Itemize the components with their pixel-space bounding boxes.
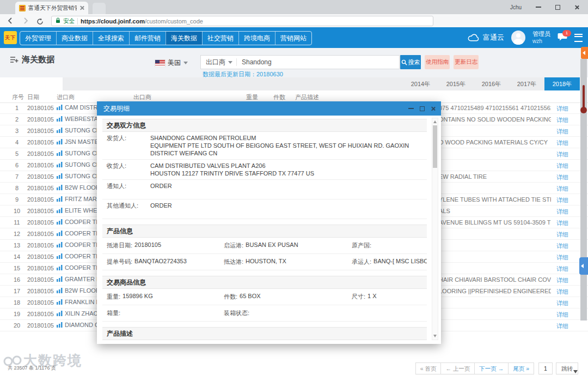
forward-icon[interactable] — [22, 17, 29, 27]
detail-link[interactable]: 详细 — [556, 276, 568, 285]
scroll-up-icon[interactable] — [433, 120, 437, 123]
row-index: 1 — [10, 105, 24, 111]
detail-link[interactable]: 详细 — [556, 231, 568, 239]
reload-icon[interactable] — [36, 17, 44, 27]
browser-tab[interactable]: 富通天下外贸营销管理云 — [15, 2, 88, 14]
changelog-button[interactable]: 更新日志 — [454, 55, 479, 69]
bar-chart-icon — [57, 196, 63, 202]
side-panel-toggle[interactable] — [579, 257, 588, 275]
search-button[interactable]: 搜索 — [400, 55, 421, 69]
hamburger-menu-icon[interactable] — [574, 34, 583, 42]
detail-link[interactable]: 详细 — [556, 196, 568, 204]
cloud-service[interactable]: 富通云 — [468, 33, 504, 43]
user-role: 管理员 — [532, 31, 550, 38]
search-icon — [401, 59, 407, 65]
browser-address-bar: 安全 https://cloud.joinf.com /custom/custo… — [0, 14, 588, 28]
user-avatar[interactable] — [511, 31, 525, 45]
section-title: 产品描述 — [102, 327, 427, 340]
detail-link[interactable]: 详细 — [556, 150, 568, 159]
detail-link[interactable]: 详细 — [556, 242, 568, 250]
search-field-selector[interactable]: 出口商 — [206, 58, 232, 67]
nav-menu-item[interactable]: 邮件营销 — [129, 32, 166, 45]
detail-link[interactable]: 详细 — [556, 253, 568, 262]
field-label: 原产国: — [352, 241, 371, 250]
bar-chart-icon — [57, 219, 63, 225]
first-page-button[interactable]: « 首页 — [415, 362, 442, 374]
prev-page-button[interactable]: ← 上一页 — [440, 362, 475, 374]
browser-window: 富通天下外贸营销管理云 Jchu 安全 https://cloud.joinf.… — [0, 0, 588, 375]
nav-menu-item[interactable]: 全球搜索 — [93, 32, 129, 45]
detail-link[interactable]: 详细 — [556, 299, 568, 307]
modal-close-icon[interactable] — [431, 106, 436, 111]
importer-name: XILIN ZHAO — [65, 310, 98, 317]
next-page-button[interactable]: 下一页 → — [474, 362, 509, 374]
url-omnibox[interactable]: 安全 https://cloud.joinf.com /custom/custo… — [51, 16, 433, 26]
field-label: 装箱状态: — [224, 309, 249, 317]
scroll-down-icon[interactable] — [433, 335, 437, 337]
detail-link[interactable]: 详细 — [556, 139, 568, 147]
window-close-icon[interactable] — [574, 5, 579, 10]
back-icon[interactable] — [7, 17, 14, 27]
window-maximize-icon[interactable] — [555, 5, 560, 10]
modal-minimize-icon[interactable] — [408, 108, 414, 109]
messages-button[interactable]: 1 — [558, 33, 567, 43]
field-value: 65 BOX — [240, 293, 261, 301]
detail-link[interactable]: 详细 — [556, 185, 568, 193]
party-row: 收货人: CAM DISTRIBUTED VALVES PLANT A206 H… — [102, 160, 427, 180]
customs-data-icon — [10, 56, 19, 66]
year-tab[interactable]: 2016年 — [474, 77, 509, 90]
year-tab[interactable]: 2015年 — [438, 77, 474, 90]
modal-scrollbar-thumb[interactable] — [433, 125, 437, 168]
row-date: 20180105 — [27, 139, 54, 146]
detail-link[interactable]: 详细 — [556, 322, 568, 330]
product-desc-cell: ALS — [439, 208, 551, 214]
nav-menu-item[interactable]: 营销网站 — [275, 32, 311, 45]
detail-link[interactable]: 详细 — [556, 311, 568, 319]
field-value: CAM DISTRIBUTED VALVES PLANT A206 HOUSTO… — [150, 162, 314, 177]
modal-controls — [408, 101, 436, 116]
row-index: 6 — [10, 162, 24, 168]
nav-menu-item[interactable]: 跨境电商 — [238, 32, 275, 45]
user-guide-button[interactable]: 使用指南 — [425, 55, 450, 69]
user-info[interactable]: 管理员 wzh — [532, 31, 550, 45]
search-input[interactable] — [241, 58, 394, 66]
product-desc-cell: ONTAINS NO SOLID WOODEN PACKING MATERIAL… — [439, 116, 551, 123]
detail-link[interactable]: 详细 — [556, 173, 568, 182]
detail-link[interactable]: 详细 — [556, 288, 568, 296]
app-logo[interactable]: 天下 — [4, 31, 17, 44]
detail-link[interactable]: 详细 — [556, 162, 568, 170]
row-index: 16 — [10, 276, 24, 283]
nav-menu-item[interactable]: 海关数据 — [166, 32, 202, 45]
nav-menu-item[interactable]: 社交营销 — [202, 32, 238, 45]
modal-scrollbar[interactable] — [432, 118, 438, 340]
page-header: 海关数据 美国 出口商 搜索 使用指南 更新日志 数据最后更新日期：201806… — [0, 48, 588, 77]
page-number-input[interactable] — [538, 362, 553, 374]
year-tab[interactable]: 2017年 — [509, 77, 544, 90]
detail-link[interactable]: 详细 — [556, 128, 568, 136]
row-index: 2 — [10, 116, 24, 123]
nav-menu-item[interactable]: 商业数据 — [56, 32, 93, 45]
browser-profile-name[interactable]: Jchu — [510, 4, 522, 10]
country-selector[interactable]: 美国 — [155, 58, 188, 68]
side-flap-orange[interactable] — [581, 47, 588, 59]
bar-chart-icon — [57, 311, 63, 316]
bar-chart-icon — [57, 173, 63, 179]
new-tab-button[interactable] — [93, 3, 106, 14]
year-tab[interactable]: 2014年 — [403, 77, 438, 90]
party-row: 通知人: ORDER — [102, 180, 427, 199]
modal-title-bar[interactable]: 交易明细 — [97, 101, 441, 116]
site-favicon — [19, 5, 26, 11]
tab-close-icon[interactable] — [79, 5, 84, 10]
detail-link[interactable]: 详细 — [556, 116, 568, 124]
detail-link[interactable]: 详细 — [556, 105, 568, 113]
scroll-bottom-icon[interactable] — [573, 370, 578, 373]
year-tab[interactable]: 2018年 — [544, 77, 580, 90]
nav-menu-item[interactable]: 外贸管理 — [20, 32, 56, 45]
detail-link[interactable]: 详细 — [556, 219, 568, 227]
detail-link[interactable]: 详细 — [556, 265, 568, 273]
modal-maximize-icon[interactable] — [420, 106, 425, 111]
bar-chart-icon — [57, 242, 63, 247]
last-page-button[interactable]: 尾页 » — [508, 362, 534, 374]
window-minimize-icon[interactable] — [536, 7, 541, 8]
detail-link[interactable]: 详细 — [556, 208, 568, 216]
